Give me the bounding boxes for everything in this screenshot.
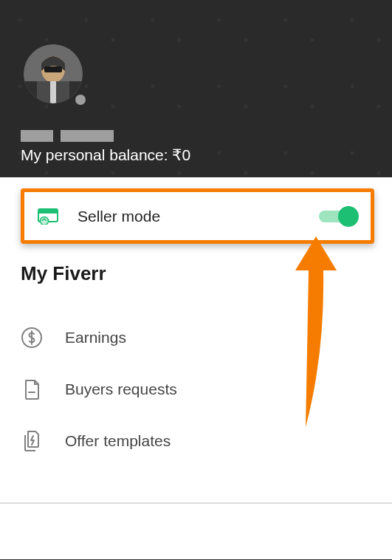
avatar-image [24,44,83,103]
bottom-nav [0,502,392,560]
status-dot-icon [75,95,86,105]
menu-label: Offer templates [65,432,171,450]
username-redacted [21,130,392,142]
seller-mode-highlight: Seller mode [21,188,374,244]
documents-lightning-icon [21,430,43,452]
nav-notifications[interactable] [262,519,287,544]
svg-rect-6 [50,81,56,103]
svg-rect-8 [38,209,58,214]
nav-home[interactable] [27,519,52,544]
balance-label: My personal balance: [21,146,172,163]
nav-profile[interactable] [340,519,365,544]
nav-inbox[interactable] [105,519,130,544]
section-title: My Fiverr [21,262,371,285]
menu-item-buyers-requests[interactable]: Buyers requests [21,363,371,415]
dollar-circle-icon [21,327,43,349]
menu-label: Earnings [65,329,126,346]
balance-value: ₹0 [172,146,190,163]
svg-rect-4 [44,66,62,72]
avatar[interactable] [24,44,83,103]
menu-item-offer-templates[interactable]: Offer templates [21,415,371,467]
menu-label: Buyers requests [65,380,177,398]
seller-mode-toggle[interactable] [319,206,357,227]
balance-text: My personal balance: ₹0 [21,146,392,164]
menu-item-earnings[interactable]: Earnings [21,312,371,363]
seller-mode-row[interactable]: Seller mode [24,192,371,240]
seller-mode-label: Seller mode [78,208,300,225]
document-minus-icon [21,378,43,400]
profile-header: My personal balance: ₹0 [0,0,392,177]
nav-orders[interactable] [183,519,208,544]
seller-card-icon [38,208,58,225]
